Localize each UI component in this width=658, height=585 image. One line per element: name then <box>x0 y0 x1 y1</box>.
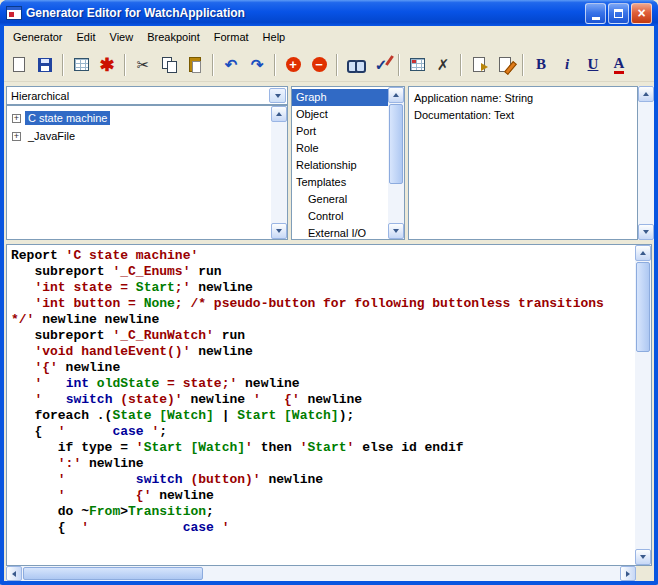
table-button[interactable] <box>405 53 429 77</box>
list-item-object[interactable]: Object <box>292 106 388 123</box>
new-document-button[interactable] <box>7 53 31 77</box>
redo-icon: ↷ <box>251 57 264 72</box>
scroll-left-button[interactable] <box>6 566 22 581</box>
list-item-templates[interactable]: Templates <box>292 174 388 191</box>
scroll-down-button[interactable] <box>638 224 654 240</box>
code-line: subreport '_C_RunWatch' run <box>11 328 631 344</box>
menu-view[interactable]: View <box>103 28 141 46</box>
menu-format[interactable]: Format <box>207 28 256 46</box>
italic-button[interactable]: i <box>555 53 579 77</box>
scrollbar-track[interactable] <box>22 566 620 581</box>
code-line: subreport '_C_Enums' run <box>11 264 631 280</box>
scroll-down-button[interactable] <box>271 223 287 239</box>
code-scrollbar-horizontal[interactable] <box>6 566 636 581</box>
breakpoint-button[interactable]: ✱ <box>95 53 119 77</box>
scroll-up-button[interactable] <box>635 245 651 261</box>
toolbar-separator <box>124 54 126 76</box>
arrow-right-icon <box>626 571 630 577</box>
scroll-down-button[interactable] <box>388 223 404 239</box>
category-list[interactable]: GraphObjectPortRoleRelationshipTemplates… <box>292 87 388 239</box>
attributes-panel[interactable]: Application name: StringDocumentation: T… <box>408 86 638 240</box>
validate-button[interactable]: ✓ <box>369 53 393 77</box>
delete-button[interactable]: ✗ <box>431 53 455 77</box>
combo-dropdown-button[interactable] <box>269 88 286 103</box>
list-item-port[interactable]: Port <box>292 123 388 140</box>
menu-bar: GeneratorEditViewBreakpointFormatHelp <box>4 26 654 48</box>
save-button[interactable] <box>33 53 57 77</box>
expand-icon[interactable]: + <box>12 132 21 141</box>
window-title: Generator Editor for WatchApplication <box>26 6 581 20</box>
code-editor[interactable]: Report 'C state machine' subreport '_C_E… <box>7 245 635 565</box>
scrollbar-track[interactable] <box>635 261 651 549</box>
paste-button[interactable] <box>183 53 207 77</box>
menu-help[interactable]: Help <box>256 28 293 46</box>
scrollbar-track[interactable] <box>638 102 654 224</box>
client-area: GeneratorEditViewBreakpointFormatHelp ✱✂… <box>4 26 654 581</box>
title-bar[interactable]: Generator Editor for WatchApplication × <box>0 0 658 26</box>
find-button[interactable] <box>343 53 367 77</box>
app-window: Generator Editor for WatchApplication × … <box>0 0 658 585</box>
restore-button[interactable] <box>608 3 629 24</box>
undo-icon: ↶ <box>225 57 238 72</box>
scrollbar-thumb[interactable] <box>389 104 403 184</box>
list-item-external-i-o[interactable]: External I/O <box>292 225 388 239</box>
tree-scrollbar[interactable] <box>271 106 287 239</box>
scrollbar-track[interactable] <box>271 122 287 223</box>
menu-generator[interactable]: Generator <box>6 28 70 46</box>
list-item-control[interactable]: Control <box>292 208 388 225</box>
copy-button[interactable] <box>157 53 181 77</box>
code-line: ' switch (button)' newline <box>11 472 631 488</box>
paste-icon <box>189 57 201 72</box>
model-tree[interactable]: +C state machine+_JavaFile <box>7 106 271 239</box>
expand-icon[interactable]: + <box>12 114 21 123</box>
scroll-down-button[interactable] <box>635 549 651 565</box>
list-item-graph[interactable]: Graph <box>292 89 388 106</box>
add-button[interactable]: + <box>281 53 305 77</box>
remove-button[interactable]: − <box>307 53 331 77</box>
scroll-up-button[interactable] <box>638 86 654 102</box>
scroll-up-button[interactable] <box>388 87 404 103</box>
toolbar-separator <box>212 54 214 76</box>
list-item-relationship[interactable]: Relationship <box>292 157 388 174</box>
underline-icon: U <box>588 57 599 72</box>
code-scrollbar-vertical[interactable] <box>635 245 651 565</box>
tree-item[interactable]: +C state machine <box>7 109 271 127</box>
view-selector[interactable]: Hierarchical <box>6 86 288 105</box>
page-edit-icon <box>499 57 511 72</box>
code-line: 'void handleEvent()' newline <box>11 344 631 360</box>
attributes-scrollbar[interactable] <box>638 86 654 240</box>
bold-button[interactable]: B <box>529 53 553 77</box>
generate-button[interactable] <box>467 53 491 77</box>
category-scrollbar[interactable] <box>388 87 404 239</box>
arrow-up-icon <box>393 93 399 97</box>
scroll-up-button[interactable] <box>271 106 287 122</box>
scrollbar-thumb[interactable] <box>636 262 650 352</box>
scrollbar-thumb[interactable] <box>23 567 203 580</box>
arrow-down-icon <box>640 555 646 559</box>
underline-button[interactable]: U <box>581 53 605 77</box>
list-item-general[interactable]: General <box>292 191 388 208</box>
edit-template-button[interactable] <box>493 53 517 77</box>
scrollbar-track[interactable] <box>388 103 404 223</box>
tree-item[interactable]: +_JavaFile <box>7 127 271 145</box>
italic-icon: i <box>565 57 569 72</box>
font-color-button[interactable]: A <box>607 53 631 77</box>
scroll-right-button[interactable] <box>620 566 636 581</box>
save-icon <box>38 58 52 72</box>
toolbar: ✱✂↶↷+−✓✗BiUA <box>4 48 654 82</box>
close-button[interactable]: × <box>631 3 652 24</box>
list-item-role[interactable]: Role <box>292 140 388 157</box>
redo-button[interactable]: ↷ <box>245 53 269 77</box>
model-properties-button[interactable] <box>69 53 93 77</box>
validate-icon: ✓ <box>375 56 388 74</box>
menu-breakpoint[interactable]: Breakpoint <box>140 28 207 46</box>
undo-button[interactable]: ↶ <box>219 53 243 77</box>
new-document-icon <box>13 57 25 72</box>
page-arrow-icon <box>473 57 485 72</box>
cut-button[interactable]: ✂ <box>131 53 155 77</box>
code-editor-panel: Report 'C state machine' subreport '_C_E… <box>6 244 652 566</box>
minimize-button[interactable] <box>585 3 606 24</box>
toolbar-separator <box>62 54 64 76</box>
menu-edit[interactable]: Edit <box>70 28 103 46</box>
toolbar-separator <box>522 54 524 76</box>
